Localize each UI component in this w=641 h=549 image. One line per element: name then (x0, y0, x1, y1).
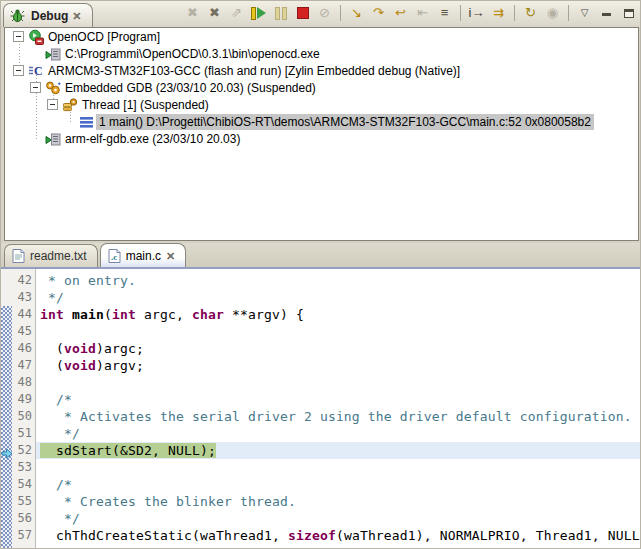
code-line[interactable]: 56 */ (13, 510, 641, 527)
view-menu-icon[interactable]: ▽ (575, 4, 594, 22)
code-text: */ (36, 425, 641, 442)
line-number: 45 (13, 323, 36, 340)
svg-text:.c: .c (111, 252, 117, 262)
line-number: 57 (13, 527, 36, 544)
code-text: */ (36, 289, 641, 306)
code-line[interactable]: 48 (13, 374, 641, 391)
step-return-icon[interactable]: ↩ (391, 4, 410, 22)
instruction-pointer-icon (1, 445, 13, 463)
editor-tab-label: main.c (126, 249, 161, 263)
code-line[interactable]: 52 sdStart(&SD2, NULL); (13, 442, 641, 459)
code-line[interactable]: 49 /* (13, 391, 641, 408)
code-editor[interactable]: 42 * on entry.43 */44int main(int argc, … (1, 269, 641, 549)
tree-expander-icon[interactable] (13, 31, 24, 42)
line-number: 49 (13, 391, 36, 408)
debug-toolbar: ✖✖⇗⊘↘↷↩⇤≡i→⇉↻◉▽ (183, 4, 638, 22)
code-line[interactable]: 50 * Activates the serial driver 2 using… (13, 408, 641, 425)
process-icon (45, 46, 62, 62)
tree-row-label: Embedded GDB (23/03/10 20.03) (Suspended… (62, 80, 319, 96)
code-line[interactable]: 57 chThdCreateStatic(waThread1, sizeof(w… (13, 527, 641, 544)
step-over-icon[interactable]: ↷ (369, 4, 388, 22)
debug-tree-row[interactable]: Embedded GDB (23/03/10 20.03) (Suspended… (5, 79, 638, 96)
program-icon (28, 29, 45, 45)
tree-expander-icon[interactable] (47, 99, 58, 110)
tree-row-label: OpenOCD [Program] (45, 29, 163, 45)
line-number: 48 (13, 374, 36, 391)
drop-to-frame-icon: ⇤ (413, 4, 432, 22)
debug-tree-row[interactable]: OpenOCD [Program] (5, 28, 638, 45)
line-number: 50 (13, 408, 36, 425)
snapshot-icon: ◉ (543, 4, 562, 22)
tree-row-label: 1 main() D:\Progetti\ChibiOS-RT\demos\AR… (96, 114, 594, 130)
function-range-indicator (1, 306, 12, 549)
editor-area: readme.txt.cmain.c✕ 42 * on entry.43 */4… (1, 243, 641, 549)
code-text: /* (36, 391, 641, 408)
line-number: 54 (13, 476, 36, 493)
code-line[interactable]: 53 (13, 459, 641, 476)
line-number: 56 (13, 510, 36, 527)
code-line[interactable]: 43 */ (13, 289, 641, 306)
code-text (36, 374, 641, 391)
code-lines: 42 * on entry.43 */44int main(int argc, … (13, 269, 641, 549)
disconnect-all-icon: ✖ (205, 4, 224, 22)
debug-view: Debug ✕ ✖✖⇗⊘↘↷↩⇤≡i→⇉↻◉▽ OpenOCD [Program… (1, 1, 641, 243)
use-step-filters-icon[interactable]: ⇉ (489, 4, 508, 22)
tree-row-label: Thread [1] (Suspended) (79, 97, 212, 113)
debug-tree-row[interactable]: CARMCM3-STM32F103-GCC (flash and run) [Z… (5, 62, 638, 79)
debug-tree-row[interactable]: Thread [1] (Suspended) (5, 96, 638, 113)
code-text: * Creates the blinker thread. (36, 493, 641, 510)
tree-expander-icon[interactable] (13, 65, 24, 76)
eclipse-debug-perspective: Debug ✕ ✖✖⇗⊘↘↷↩⇤≡i→⇉↻◉▽ OpenOCD [Program… (0, 0, 641, 549)
line-number: 43 (13, 289, 36, 306)
gears-icon (45, 80, 62, 96)
close-icon[interactable]: ✕ (166, 251, 175, 261)
debug-bug-icon (10, 8, 27, 24)
thread-icon (62, 97, 79, 113)
code-text: chThdCreateStatic(waThread1, sizeof(waTh… (36, 527, 641, 544)
resume-icon[interactable] (249, 4, 268, 22)
debug-tree-row[interactable]: C:\Programmi\OpenOCD\0.3.1\bin\openocd.e… (5, 45, 638, 62)
code-line[interactable]: 45 (13, 323, 641, 340)
toolbar-separator (568, 5, 569, 21)
debug-tree-row[interactable]: 1 main() D:\Progetti\ChibiOS-RT\demos\AR… (5, 113, 638, 130)
editor-tabbar: readme.txt.cmain.c✕ (1, 243, 641, 269)
relaunch-icon: ⇗ (227, 4, 246, 22)
stack-frame-icon (79, 114, 96, 130)
tree-expander-icon[interactable] (30, 82, 41, 93)
debug-tree: OpenOCD [Program]C:\Programmi\OpenOCD\0.… (4, 27, 639, 241)
tree-row-label: arm-elf-gdb.exe (23/03/10 20.03) (62, 131, 243, 147)
code-line[interactable]: 46 (void)argc; (13, 340, 641, 357)
code-line[interactable]: 51 */ (13, 425, 641, 442)
code-line[interactable]: 44int main(int argc, char **argv) { (13, 306, 641, 323)
editor-tab-label: readme.txt (30, 249, 87, 263)
code-line[interactable]: 47 (void)argv; (13, 357, 641, 374)
instruction-stepping-icon[interactable]: i→ (467, 4, 486, 22)
code-text: (void)argv; (36, 357, 641, 374)
code-text: (void)argc; (36, 340, 641, 357)
view-layout-icon[interactable]: ≡ (435, 4, 454, 22)
line-number: 44 (13, 306, 36, 323)
step-into-icon[interactable]: ↘ (347, 4, 366, 22)
debug-view-header: Debug ✕ ✖✖⇗⊘↘↷↩⇤≡i→⇉↻◉▽ (1, 1, 641, 27)
code-line[interactable]: 54 /* (13, 476, 641, 493)
debug-view-close-icon[interactable]: ✕ (72, 11, 81, 21)
editor-tab-readme-txt[interactable]: readme.txt (4, 244, 98, 267)
c-file-icon: .c (108, 249, 121, 263)
code-line[interactable]: 55 * Creates the blinker thread. (13, 493, 641, 510)
refresh-icon[interactable]: ↻ (521, 4, 540, 22)
toolbar-separator (514, 5, 515, 21)
line-number: 53 (13, 459, 36, 476)
debug-view-tab[interactable]: Debug ✕ (3, 3, 93, 27)
minimize-icon[interactable] (597, 4, 616, 22)
terminate-icon[interactable] (293, 4, 312, 22)
debug-tree-row[interactable]: arm-elf-gdb.exe (23/03/10 20.03) (5, 130, 638, 147)
svg-text:C: C (34, 64, 43, 78)
code-text: /* (36, 476, 641, 493)
suspend-icon (271, 4, 290, 22)
maximize-icon[interactable] (619, 4, 638, 22)
disconnect-icon: ⊘ (315, 4, 334, 22)
debug-view-tab-label: Debug (31, 9, 68, 23)
text-file-icon (12, 249, 25, 263)
editor-tab-main-c[interactable]: .cmain.c✕ (100, 243, 187, 267)
code-line[interactable]: 42 * on entry. (13, 272, 641, 289)
